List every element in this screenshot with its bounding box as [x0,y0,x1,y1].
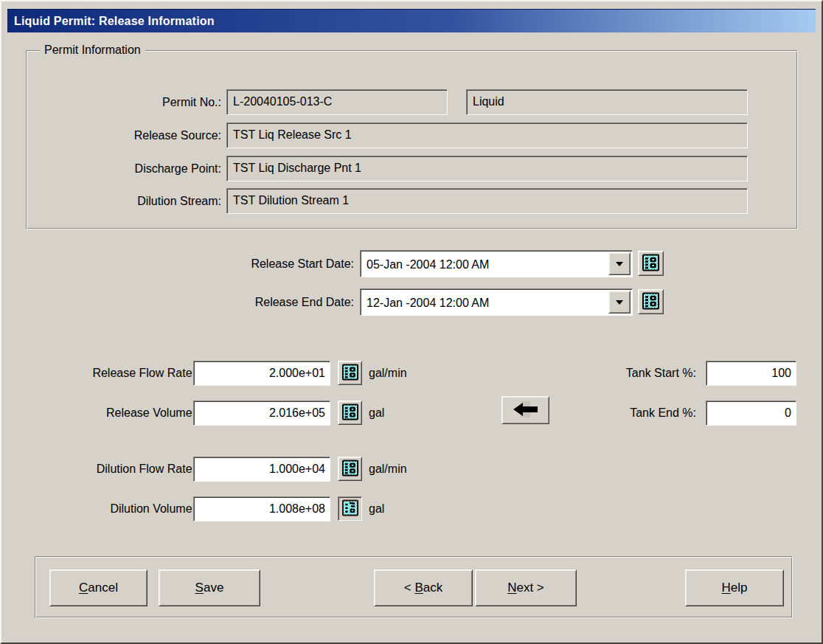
dilution-volume-label: Dilution Volume: [16,496,195,522]
dilution-flow-rate-unit: gal/min [369,457,407,482]
button-label: Help [722,581,748,595]
release-source-label: Release Source: [46,122,221,148]
release-end-date-value[interactable]: 12-Jan -2004 12:00 AM [362,291,607,314]
release-flow-rate-calculator-button[interactable] [338,361,362,385]
release-source-field: TST Liq Release Src 1 [226,122,748,148]
release-start-date-value[interactable]: 05-Jan -2004 12:00 AM [362,252,607,275]
button-label: Save [195,581,224,595]
dilution-stream-field: TST Dilution Stream 1 [226,188,748,214]
calculator-icon [341,364,359,383]
cancel-button[interactable]: Cancel [49,569,147,606]
tank-end-label: Tank End %: [512,401,696,426]
dilution-flow-rate-calculator-button[interactable] [338,457,362,481]
dilution-stream-label: Dilution Stream: [46,188,221,214]
save-button[interactable]: Save [159,569,260,606]
calculator-icon [341,460,359,479]
button-label: Cancel [79,581,118,595]
permit-no-field: L-20040105-013-C [226,89,448,115]
release-volume-unit: gal [369,401,384,426]
release-volume-calculator-button[interactable] [338,401,362,425]
release-flow-rate-input[interactable] [193,361,330,386]
release-flow-rate-label: Release Flow Rate: [16,361,195,386]
release-end-date-combobox[interactable]: 12-Jan -2004 12:00 AM [360,288,633,316]
window-title: Liquid Permit: Release Information [8,15,215,28]
permit-type-field: Liquid [466,89,748,115]
tank-start-label: Tank Start %: [512,361,696,386]
calculator-icon [642,292,660,312]
dilution-flow-rate-input[interactable] [193,457,330,482]
release-end-date-calculator-button[interactable] [638,289,664,314]
button-label: < Back [404,581,442,595]
calculator-icon [341,499,359,519]
help-button[interactable]: Help [685,569,784,606]
calculator-icon [341,404,359,423]
release-end-date-label: Release End Date: [133,288,354,316]
release-start-date-label: Release Start Date: [133,250,354,277]
dilution-volume-calculator-button[interactable] [338,496,362,521]
next-button[interactable]: Next > [475,569,577,606]
dilution-volume-input[interactable] [193,496,330,522]
discharge-point-label: Discharge Point: [46,156,221,181]
back-button[interactable]: < Back [374,569,473,606]
release-volume-input[interactable] [193,401,330,426]
release-end-date-dropdown-button[interactable] [608,291,631,314]
release-volume-label: Release Volume: [16,401,195,426]
release-flow-rate-unit: gal/min [369,361,407,386]
button-label: Next > [507,581,544,595]
dialog-window: Liquid Permit: Release Information Permi… [0,0,823,644]
title-bar: Liquid Permit: Release Information [7,9,816,32]
down-arrow-icon [616,262,623,266]
permit-information-group-label: Permit Information [40,43,145,58]
dilution-volume-unit: gal [369,496,384,522]
tank-end-input[interactable] [706,401,796,426]
down-arrow-icon [616,300,623,305]
tank-start-input[interactable] [706,361,796,386]
discharge-point-field: TST Liq Discharge Pnt 1 [226,156,748,181]
release-start-date-calculator-button[interactable] [638,251,664,276]
release-start-date-combobox[interactable]: 05-Jan -2004 12:00 AM [360,250,633,277]
dilution-flow-rate-label: Dilution Flow Rate: [16,457,195,482]
permit-no-label: Permit No.: [75,89,221,115]
calculator-icon [642,254,660,274]
release-start-date-dropdown-button[interactable] [608,252,631,275]
